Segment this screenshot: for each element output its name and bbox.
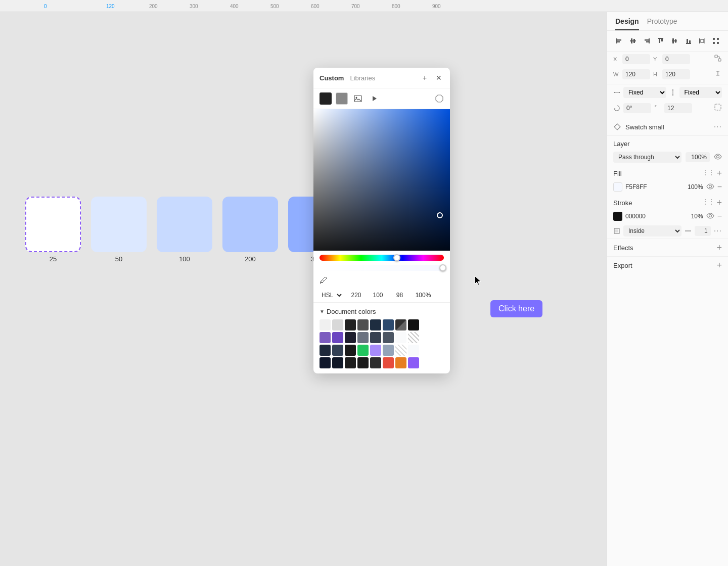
tab-design[interactable]: Design bbox=[615, 17, 639, 30]
align-top-btn[interactable] bbox=[655, 35, 666, 47]
picker-tab-custom[interactable]: Custom bbox=[320, 74, 344, 82]
align-bottom-btn[interactable] bbox=[682, 35, 694, 47]
color-dot[interactable] bbox=[395, 357, 406, 368]
swatch-box-100[interactable] bbox=[157, 197, 212, 252]
width-constraint-select[interactable]: Fixed Fill Hug bbox=[623, 87, 666, 98]
opacity-octagon-icon[interactable] bbox=[435, 94, 444, 103]
color-dot[interactable] bbox=[383, 319, 394, 331]
swatch-box-200[interactable] bbox=[222, 197, 278, 252]
color-dot[interactable] bbox=[370, 345, 381, 356]
rotation-input[interactable] bbox=[623, 103, 651, 113]
color-dot[interactable] bbox=[345, 332, 356, 343]
color-dot[interactable] bbox=[332, 357, 343, 368]
distribute-h-btn[interactable] bbox=[696, 35, 708, 47]
color-dot[interactable] bbox=[370, 357, 381, 368]
color-dot[interactable] bbox=[332, 319, 343, 331]
color-dot[interactable] bbox=[320, 332, 331, 343]
layer-opacity-input[interactable] bbox=[686, 152, 710, 162]
color-dot[interactable] bbox=[320, 319, 331, 331]
height-constraint-select[interactable]: Fixed Fill Hug bbox=[679, 87, 722, 98]
swatch-item-100[interactable]: 100 bbox=[157, 197, 212, 263]
align-middle-h-btn[interactable] bbox=[669, 35, 680, 47]
color-dot[interactable] bbox=[395, 345, 406, 356]
color-dot[interactable] bbox=[357, 332, 369, 343]
picker-add-btn[interactable]: + bbox=[420, 73, 430, 83]
y-input[interactable] bbox=[662, 54, 690, 64]
color-mode-select[interactable]: HSL RGB HEX bbox=[320, 291, 343, 299]
stroke-width-input[interactable] bbox=[695, 226, 711, 236]
color-dot[interactable] bbox=[408, 345, 419, 356]
component-more-btn[interactable]: ··· bbox=[714, 122, 722, 131]
swatch-item-50[interactable]: 50 bbox=[91, 197, 147, 263]
stroke-more-btn[interactable]: ··· bbox=[714, 226, 722, 235]
canvas-area[interactable]: 25 50 100 200 300 Custom bbox=[0, 12, 607, 566]
fill-add-btn[interactable]: + bbox=[716, 169, 722, 178]
color-dot[interactable] bbox=[357, 319, 369, 331]
stroke-align-select[interactable]: Inside Center Outside bbox=[623, 225, 681, 237]
image-fill-icon[interactable] bbox=[352, 92, 364, 105]
gradient-handle[interactable] bbox=[437, 212, 443, 218]
effects-add-btn[interactable]: + bbox=[716, 243, 722, 252]
hue-thumb[interactable] bbox=[393, 254, 400, 261]
align-left-btn[interactable] bbox=[613, 35, 625, 47]
export-add-btn[interactable]: + bbox=[716, 261, 722, 270]
swatch-item-200[interactable]: 200 bbox=[222, 197, 278, 263]
color-dot[interactable] bbox=[395, 332, 406, 343]
hsl-h-input[interactable] bbox=[347, 292, 365, 299]
eyedropper-icon[interactable]: 🖊 bbox=[320, 276, 328, 285]
color-dot[interactable] bbox=[383, 357, 394, 368]
w-input[interactable] bbox=[622, 69, 650, 79]
hsl-s-input[interactable] bbox=[369, 292, 387, 299]
hsl-l-input[interactable] bbox=[391, 292, 408, 299]
color-dot[interactable] bbox=[395, 319, 406, 331]
layer-visibility-btn[interactable] bbox=[714, 154, 722, 161]
blend-mode-select[interactable]: Pass through Normal Multiply Screen bbox=[613, 152, 681, 163]
color-dot[interactable] bbox=[332, 345, 343, 356]
color-dot[interactable] bbox=[320, 345, 331, 356]
color-dot[interactable] bbox=[408, 332, 419, 343]
stroke-add-btn[interactable]: + bbox=[716, 198, 722, 207]
video-fill-icon[interactable] bbox=[368, 92, 380, 105]
color-dot[interactable] bbox=[357, 357, 369, 368]
hue-track[interactable] bbox=[320, 255, 444, 261]
fill-grid-icon[interactable]: ⋮⋮ bbox=[702, 169, 714, 178]
swatch-item-25[interactable]: 25 bbox=[25, 197, 81, 263]
align-right-btn[interactable] bbox=[641, 35, 653, 47]
color-dot[interactable] bbox=[408, 357, 419, 368]
fill-visibility-btn[interactable] bbox=[706, 183, 714, 191]
click-here-tooltip[interactable]: Click here bbox=[490, 300, 542, 317]
color-dot[interactable] bbox=[345, 345, 356, 356]
gradient-canvas[interactable] bbox=[313, 109, 450, 251]
constrain-proportions-icon[interactable] bbox=[714, 69, 722, 79]
h-input[interactable] bbox=[662, 69, 690, 79]
hsl-opacity-input[interactable] bbox=[413, 292, 434, 299]
swatch-box-50[interactable] bbox=[91, 197, 147, 252]
color-dot[interactable] bbox=[345, 319, 356, 331]
color-dot[interactable] bbox=[408, 319, 419, 331]
color-dot[interactable] bbox=[370, 319, 381, 331]
color-dot[interactable] bbox=[332, 332, 343, 343]
stroke-remove-btn[interactable]: − bbox=[717, 212, 722, 220]
color-dot[interactable] bbox=[383, 332, 394, 343]
color-dot[interactable] bbox=[370, 332, 381, 343]
solid-fill-icon[interactable] bbox=[320, 92, 332, 105]
opacity-thumb[interactable] bbox=[439, 264, 446, 271]
gradient-fill-icon[interactable] bbox=[336, 92, 348, 105]
stroke-visibility-btn[interactable] bbox=[706, 213, 714, 220]
color-dot[interactable] bbox=[357, 345, 369, 356]
fill-color-swatch[interactable] bbox=[613, 182, 622, 192]
stroke-color-swatch[interactable] bbox=[613, 212, 622, 221]
stroke-grid-icon[interactable]: ⋮⋮ bbox=[702, 198, 714, 207]
color-dot[interactable] bbox=[383, 345, 394, 356]
picker-tab-libraries[interactable]: Libraries bbox=[350, 74, 375, 82]
fill-remove-btn[interactable]: − bbox=[717, 183, 722, 191]
x-input[interactable] bbox=[622, 54, 650, 64]
opacity-track[interactable] bbox=[320, 265, 444, 271]
color-dot[interactable] bbox=[320, 357, 331, 368]
swatch-box-25[interactable] bbox=[25, 197, 81, 252]
tab-prototype[interactable]: Prototype bbox=[647, 17, 677, 30]
picker-close-btn[interactable]: ✕ bbox=[434, 73, 444, 83]
color-dot[interactable] bbox=[345, 357, 356, 368]
corner-radius-input[interactable] bbox=[664, 103, 692, 113]
align-center-v-btn[interactable] bbox=[627, 35, 639, 47]
